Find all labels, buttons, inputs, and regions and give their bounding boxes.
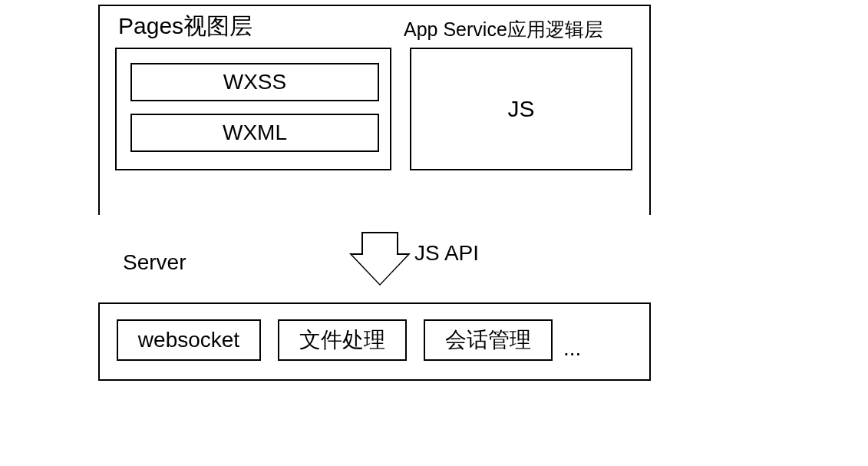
wxss-box: WXSS [130,63,379,101]
ellipsis-label: ... [563,336,581,361]
js-box: JS [410,48,632,170]
jsapi-label: JS API [414,241,479,266]
websocket-box: websocket [117,319,261,361]
server-label: Server [123,250,186,275]
file-processing-box: 文件处理 [278,319,407,361]
down-arrow-icon [349,232,411,293]
top-layer-container: Pages视图层 App Service应用逻辑层 WXSS WXML JS [98,5,651,215]
pages-box: WXSS WXML [115,48,391,170]
wxml-box: WXML [130,114,379,152]
pages-view-layer-title: Pages视图层 [118,11,252,42]
session-management-box: 会话管理 [424,319,553,361]
server-container: websocket 文件处理 会话管理 ... [98,302,651,381]
app-service-logic-layer-title: App Service应用逻辑层 [404,17,603,42]
